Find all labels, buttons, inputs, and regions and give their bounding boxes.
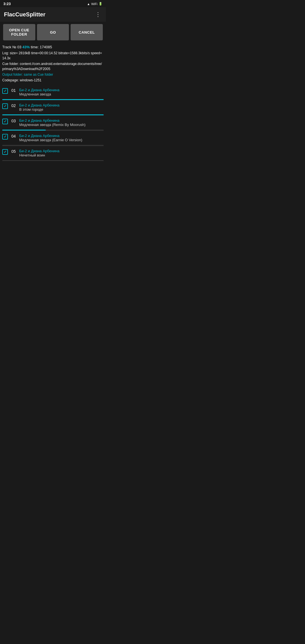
app-title: FlacCueSplitter <box>4 11 45 18</box>
track-checkbox-04[interactable] <box>2 134 8 140</box>
track-list: 01Би-2 и Диана АрбенинаМедленная звезда0… <box>0 85 106 161</box>
track-number-02: 02 <box>10 103 18 108</box>
wifi-icon: WiFi <box>91 2 97 6</box>
track-number-05: 05 <box>10 149 18 154</box>
codepage-line: Codepage: windows-1251 <box>2 78 104 83</box>
open-cue-folder-button[interactable]: OPEN CUE FOLDER <box>3 24 35 40</box>
info-area: Track № 03 43% time: 174085 Log: size= 2… <box>0 43 106 84</box>
track-number-04: 04 <box>10 134 18 138</box>
track-number-03: 03 <box>10 119 18 123</box>
track-artist-03: Би-2 и Диана Арбенина <box>19 118 104 123</box>
status-time: 3:23 <box>3 2 11 6</box>
track-artist-02: Би-2 и Диана Арбенина <box>19 103 104 107</box>
time-label: time: <box>31 45 39 49</box>
track-item-02: 02Би-2 и Диана АрбенинаВ этом городе <box>0 100 106 113</box>
track-item-04: 04Би-2 и Диана АрбенинаМедленная звезда … <box>0 131 106 143</box>
track-info-03: Би-2 и Диана АрбенинаМедленная звезда (R… <box>19 118 104 127</box>
track-number-01: 01 <box>10 88 18 93</box>
track-status-line: Track № 03 43% time: 174085 <box>2 44 104 50</box>
track-artist-01: Би-2 и Диана Арбенина <box>19 88 104 92</box>
track-percent: 43% <box>22 45 30 49</box>
battery-icon: 🔋 <box>99 2 103 6</box>
track-title-05: Нечетный воин <box>19 153 104 157</box>
track-artist-04: Би-2 и Диана Арбенина <box>19 134 104 138</box>
track-checkbox-01[interactable] <box>2 88 8 94</box>
log-line: Log: size= 2816kB time=00:00:14.52 bitra… <box>2 51 104 61</box>
more-options-icon[interactable]: ⋮ <box>94 10 102 19</box>
track-progress-container-05 <box>2 160 104 161</box>
go-button[interactable]: GO <box>37 24 69 40</box>
track-checkbox-05[interactable] <box>2 149 8 155</box>
status-bar: 3:23 ▲ WiFi 🔋 <box>0 0 106 7</box>
track-label: Track № <box>2 45 16 49</box>
track-artist-05: Би-2 и Диана Арбенина <box>19 149 104 153</box>
cue-folder-line: Cue folder: content://com.android.extern… <box>2 61 104 71</box>
track-checkbox-03[interactable] <box>2 119 8 124</box>
track-title-02: В этом городе <box>19 107 104 112</box>
track-title-01: Медленная звезда <box>19 92 104 96</box>
track-number: 03 <box>17 45 21 49</box>
time-value: 174085 <box>40 45 52 49</box>
track-title-03: Медленная звезда (Remix By Moorush) <box>19 123 104 127</box>
track-info-01: Би-2 и Диана АрбенинаМедленная звезда <box>19 88 104 96</box>
track-info-02: Би-2 и Диана АрбенинаВ этом городе <box>19 103 104 112</box>
track-title-04: Медленная звезда (Earnie O Version) <box>19 138 104 142</box>
track-info-04: Би-2 и Диана АрбенинаМедленная звезда (E… <box>19 134 104 142</box>
action-buttons-row: OPEN CUE FOLDER GO CANCEL <box>0 22 106 43</box>
signal-icon: ▲ <box>87 2 90 6</box>
track-item-05: 05Би-2 и Диана АрбенинаНечетный воин <box>0 146 106 158</box>
track-item-01: 01Би-2 и Диана АрбенинаМедленная звезда <box>0 85 106 97</box>
track-item-03: 03Би-2 и Диана АрбенинаМедленная звезда … <box>0 116 106 128</box>
output-folder-line: Output folder: same as Cue folder <box>2 72 104 77</box>
track-checkbox-02[interactable] <box>2 103 8 109</box>
status-icons: ▲ WiFi 🔋 <box>87 2 103 6</box>
cancel-button[interactable]: CANCEL <box>71 24 103 40</box>
toolbar: FlacCueSplitter ⋮ <box>0 7 106 22</box>
track-info-05: Би-2 и Диана АрбенинаНечетный воин <box>19 149 104 157</box>
